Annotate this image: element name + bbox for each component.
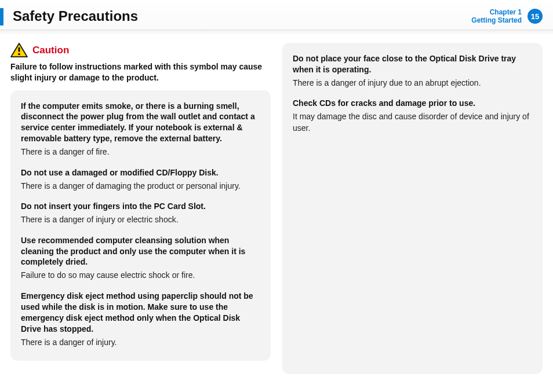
precaution-item: Emergency disk eject method using paperc… [21,291,260,348]
header-accent-bar [0,8,3,25]
header-shadow [0,30,553,35]
left-column: Caution Failure to follow instructions m… [10,43,271,374]
precaution-item: If the computer emits smoke, or there is… [21,101,260,158]
precaution-item: Do not use a damaged or modified CD/Flop… [21,167,260,192]
caution-description: Failure to follow instructions marked wi… [10,61,271,83]
page-number-badge: 15 [527,9,543,24]
caution-label: Caution [32,45,69,56]
precaution-item: Do not place your face close to the Opti… [293,53,532,89]
precaution-head: Do not use a damaged or modified CD/Flop… [21,167,260,178]
page-number: 15 [531,12,539,21]
precaution-item: Do not insert your fingers into the PC C… [21,201,260,225]
caution-heading-row: Caution [10,43,271,58]
precaution-body: There is a danger of injury due to an ab… [293,78,532,89]
precaution-head: If the computer emits smoke, or there is… [21,101,260,145]
svg-rect-1 [19,47,20,52]
precaution-head: Do not place your face close to the Opti… [293,53,532,75]
precaution-head: Check CDs for cracks and damage prior to… [293,98,532,109]
precaution-body: There is a danger of injury or electric … [21,214,260,226]
page-title: Safety Precautions [13,8,138,24]
precaution-head: Use recommended computer cleansing solut… [21,235,260,268]
caution-icon [10,43,28,58]
right-panel: Do not place your face close to the Opti… [282,43,543,374]
chapter-line-1: Chapter 1 [471,8,522,16]
chapter-line-2: Getting Started [471,16,522,24]
precaution-head: Do not insert your fingers into the PC C… [21,201,260,212]
precaution-head: Emergency disk eject method using paperc… [21,291,260,335]
svg-point-2 [18,53,20,55]
left-panel: If the computer emits smoke, or there is… [10,90,271,361]
chapter-label: Chapter 1 Getting Started [471,8,522,25]
precaution-body: There is a danger of fire. [21,146,260,158]
precaution-item: Check CDs for cracks and damage prior to… [293,98,532,134]
precaution-body: There is a danger of injury. [21,337,260,349]
precaution-item: Use recommended computer cleansing solut… [21,235,260,281]
right-column: Do not place your face close to the Opti… [282,43,543,374]
precaution-body: Failure to do so may cause electric shoc… [21,270,260,281]
header-right: Chapter 1 Getting Started 15 [471,8,543,25]
content-area: Caution Failure to follow instructions m… [0,35,553,384]
precaution-body: It may damage the disc and cause disorde… [293,111,532,134]
precaution-body: There is a danger of damaging the produc… [21,181,260,192]
page-header: Safety Precautions Chapter 1 Getting Sta… [0,0,553,30]
